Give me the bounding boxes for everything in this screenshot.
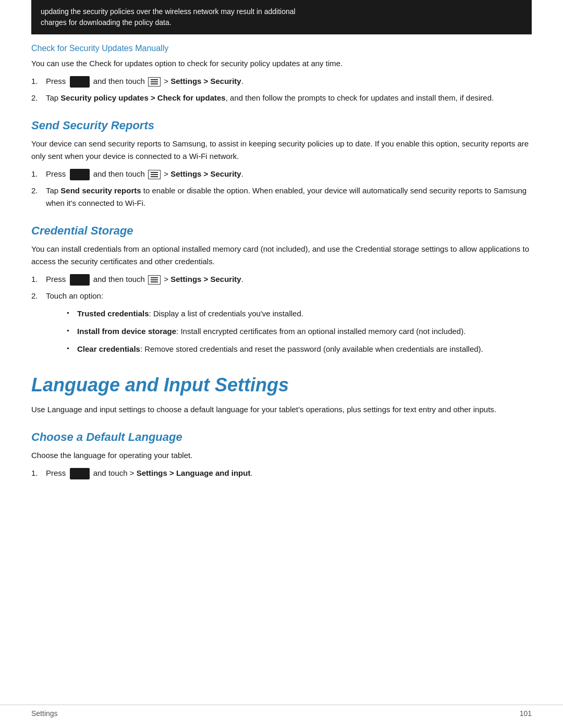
choose-language-steps: 1. Press and touch > Settings > Language… xyxy=(31,467,532,479)
section-language-input: Language and Input Settings Use Language… xyxy=(31,374,532,479)
language-input-body: Use Language and input settings to choos… xyxy=(31,403,532,416)
credential-storage-heading: Credential Storage xyxy=(31,224,532,238)
check-security-updates-heading: Check for Security Updates Manually xyxy=(31,44,532,53)
menu-icon-1 xyxy=(148,77,161,87)
section-choose-default-language: Choose a Default Language Choose the lan… xyxy=(31,430,532,479)
footer-left: Settings xyxy=(31,709,58,718)
check-step-1: 1. Press and then touch > Settings > Sec… xyxy=(31,75,532,88)
send-security-reports-body: Your device can send security reports to… xyxy=(31,138,532,163)
section-check-security-updates: Check for Security Updates Manually You … xyxy=(31,44,532,104)
home-button-icon-2 xyxy=(70,169,90,180)
credential-step-2: 2. Touch an option: xyxy=(31,290,532,302)
check-security-updates-steps: 1. Press and then touch > Settings > Sec… xyxy=(31,75,532,104)
bullet-install-from-storage: Install from device storage: Install enc… xyxy=(67,325,532,338)
top-note-line2: charges for downloading the policy data. xyxy=(41,18,172,27)
top-note-line1: updating the security policies over the … xyxy=(41,7,296,16)
home-button-icon-1 xyxy=(70,76,90,88)
send-step-1: 1. Press and then touch > Settings > Sec… xyxy=(31,168,532,180)
top-note-box: updating the security policies over the … xyxy=(31,0,532,34)
content-area: Check for Security Updates Manually You … xyxy=(0,44,563,479)
credential-storage-bullets: Trusted credentials: Display a list of c… xyxy=(56,307,532,355)
check-step-2: 2. Tap Security policy updates > Check f… xyxy=(31,92,532,104)
send-step-2: 2. Tap Send security reports to enable o… xyxy=(31,184,532,209)
credential-storage-steps: 1. Press and then touch > Settings > Sec… xyxy=(31,273,532,302)
send-security-reports-heading: Send Security Reports xyxy=(31,119,532,132)
section-send-security-reports: Send Security Reports Your device can se… xyxy=(31,119,532,209)
credential-step-1: 1. Press and then touch > Settings > Sec… xyxy=(31,273,532,286)
language-input-heading: Language and Input Settings xyxy=(31,374,532,396)
check-security-updates-body: You can use the Check for updates option… xyxy=(31,57,532,70)
choose-default-language-heading: Choose a Default Language xyxy=(31,430,532,444)
menu-icon-2 xyxy=(148,170,161,179)
page-container: updating the security policies over the … xyxy=(0,0,563,728)
home-button-icon-3 xyxy=(70,274,90,286)
language-step-1: 1. Press and touch > Settings > Language… xyxy=(31,467,532,479)
credential-storage-body: You can install credentials from an opti… xyxy=(31,243,532,268)
home-button-icon-4 xyxy=(70,468,90,479)
choose-default-language-body: Choose the language for operating your t… xyxy=(31,449,532,462)
bullet-clear-credentials: Clear credentials: Remove stored credent… xyxy=(67,343,532,355)
section-credential-storage: Credential Storage You can install crede… xyxy=(31,224,532,355)
send-security-reports-steps: 1. Press and then touch > Settings > Sec… xyxy=(31,168,532,209)
page-footer: Settings 101 xyxy=(0,705,563,718)
footer-right: 101 xyxy=(520,709,532,718)
menu-icon-3 xyxy=(148,275,161,285)
bullet-trusted-credentials: Trusted credentials: Display a list of c… xyxy=(67,307,532,320)
